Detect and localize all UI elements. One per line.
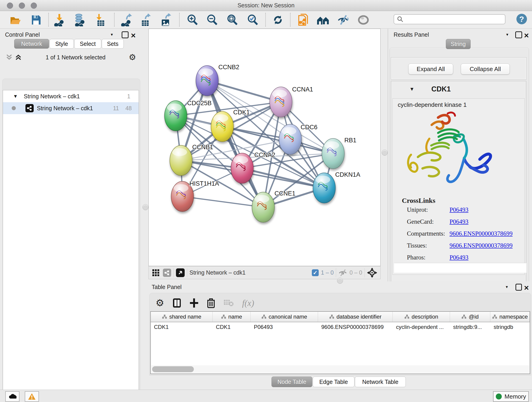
control-panel-close-icon[interactable]: ✕ <box>131 32 136 39</box>
column-header-namespace[interactable]: namespace <box>490 312 530 322</box>
string-import-icon[interactable] <box>296 13 310 27</box>
crosslink-link[interactable]: 9606.ENSP00000378699 <box>450 242 513 254</box>
tab-network[interactable]: Network <box>14 39 49 49</box>
tab-network-table[interactable]: Network Table <box>355 376 406 387</box>
bottom-splitter-handle[interactable] <box>337 278 343 284</box>
warning-button[interactable] <box>25 391 39 402</box>
selected-checkbox-icon[interactable]: ✓ <box>312 269 319 276</box>
node-RB1[interactable] <box>322 138 344 169</box>
network-collection-row[interactable]: ▼ String Network – cdk1 1 <box>3 90 139 102</box>
left-splitter-handle[interactable] <box>143 204 148 210</box>
edge-CCNB2-CCNE1[interactable] <box>207 81 263 207</box>
table-cell[interactable]: CDK1 <box>151 322 213 332</box>
table-panel-float-icon[interactable] <box>515 284 522 291</box>
right-splitter-handle[interactable] <box>382 150 388 156</box>
column-header-canonical-name[interactable]: canonical name <box>251 312 318 322</box>
table-cell[interactable]: stringdb <box>490 322 530 332</box>
table-cell[interactable]: CDK1 <box>213 322 251 332</box>
column-header-shared-name[interactable]: shared name <box>151 312 213 322</box>
entry-horizontal-scrollbar[interactable] <box>394 263 526 273</box>
import-network-file-icon[interactable] <box>53 13 66 27</box>
node-label-CCNB1: CCNB1 <box>192 144 213 151</box>
import-network-database-icon[interactable] <box>73 13 86 27</box>
node-CCNA2[interactable] <box>231 153 253 183</box>
column-header-name[interactable]: name <box>213 312 251 322</box>
export-table-icon[interactable] <box>139 13 152 27</box>
collection-expand-arrow-icon[interactable]: ▼ <box>13 94 18 99</box>
cloud-button[interactable] <box>5 391 19 402</box>
expand-all-chevron-icon[interactable] <box>15 54 22 61</box>
scrollbar-thumb[interactable] <box>152 366 194 372</box>
table-cell[interactable]: 9606.ENSP00000378699 <box>318 322 393 332</box>
control-panel-float-icon[interactable] <box>122 32 128 38</box>
node-CDKN1A[interactable] <box>313 173 336 203</box>
node-CDC25B[interactable] <box>165 101 187 131</box>
eye-icon[interactable] <box>357 13 370 27</box>
results-panel-menu-icon[interactable]: ▾ <box>506 32 508 37</box>
node-CCNA1[interactable] <box>270 87 292 117</box>
node-CCNB2[interactable] <box>196 65 218 96</box>
add-column-icon[interactable] <box>190 298 199 308</box>
crosslink-link[interactable]: 9606.ENSP00000378699 <box>450 230 513 242</box>
table-panel-close-icon[interactable]: ✕ <box>524 284 529 292</box>
zoom-out-icon[interactable] <box>206 13 219 27</box>
help-button[interactable]: ? <box>516 14 527 24</box>
open-in-window-icon[interactable] <box>176 268 185 277</box>
expand-all-button[interactable]: Expand All <box>408 64 453 75</box>
zoom-fit-icon[interactable] <box>226 13 239 27</box>
tab-style[interactable]: Style <box>50 39 74 49</box>
results-panel-close-icon[interactable]: ✕ <box>524 32 529 39</box>
network-row[interactable]: String Network – cdk1 11 48 <box>3 102 139 114</box>
tab-sets[interactable]: Sets <box>102 39 124 49</box>
table-horizontal-scrollbar[interactable] <box>151 365 529 373</box>
network-share-icon[interactable] <box>163 269 171 277</box>
network-options-gear-icon[interactable]: ⚙ <box>129 52 136 62</box>
network-view-canvas[interactable]: CCNB2CCNA1CDC25BCDK1CDC6RB1CCNB1CCNA2CDK… <box>148 29 380 266</box>
crosslink-link[interactable]: P06493 <box>450 218 469 230</box>
delete-column-icon[interactable] <box>207 298 215 308</box>
hide-show-icon[interactable] <box>337 13 350 27</box>
edge-HIST1H1A-CCNE1[interactable] <box>182 196 263 207</box>
tab-node-table[interactable]: Node Table <box>272 376 312 387</box>
column-header--id[interactable]: @id <box>450 312 491 322</box>
import-table-file-icon[interactable] <box>94 13 107 27</box>
fit-selected-crosshair-icon[interactable] <box>367 268 377 278</box>
column-header-description[interactable]: description <box>393 312 450 322</box>
export-image-icon[interactable] <box>159 13 172 27</box>
collapse-all-chevron-icon[interactable] <box>6 54 13 61</box>
zoom-in-icon[interactable] <box>186 13 199 27</box>
node-CDK1[interactable] <box>211 111 234 142</box>
table-cell[interactable]: stringdb:9... <box>450 322 491 332</box>
collapse-all-button[interactable]: Collapse All <box>461 64 510 75</box>
table-row[interactable]: CDK1CDK1P064939606.ENSP00000378699cyclin… <box>151 322 530 332</box>
tab-string[interactable]: String <box>446 39 471 49</box>
tab-edge-table[interactable]: Edge Table <box>313 376 355 387</box>
save-session-icon[interactable] <box>29 13 43 27</box>
hidden-eye-slash-icon[interactable] <box>338 269 348 276</box>
search-input[interactable] <box>404 16 501 23</box>
results-panel-float-icon[interactable] <box>515 32 522 38</box>
export-network-icon[interactable] <box>120 13 133 27</box>
control-panel-menu-icon[interactable]: ▾ <box>111 32 113 37</box>
refresh-icon[interactable] <box>271 13 285 27</box>
column-header-database-identifier[interactable]: database identifier <box>318 312 393 322</box>
memory-button[interactable]: Memory <box>493 391 529 402</box>
table-gear-icon[interactable]: ⚙ <box>156 297 164 308</box>
zoom-selected-icon[interactable] <box>246 13 259 27</box>
column-visibility-icon[interactable] <box>172 298 181 308</box>
home-networks-icon[interactable] <box>317 13 330 27</box>
table-cell[interactable]: P06493 <box>251 322 318 332</box>
open-file-icon[interactable] <box>9 13 22 27</box>
toolbar-separator <box>265 13 266 27</box>
node-CCNB1[interactable] <box>170 145 192 176</box>
table-cell[interactable]: cyclin-dependent ... <box>393 322 450 332</box>
crosslink-link[interactable]: P06493 <box>450 206 469 218</box>
network-graph[interactable]: CCNB2CCNA1CDC25BCDK1CDC6RB1CCNB1CCNA2CDK… <box>149 29 380 266</box>
toolbar-separator <box>365 268 365 277</box>
table-panel-menu-icon[interactable]: ▾ <box>506 285 508 289</box>
node-CCNE1[interactable] <box>252 192 274 222</box>
tab-select[interactable]: Select <box>74 39 101 49</box>
entry-collapse-arrow-icon[interactable]: ▼ <box>409 86 414 92</box>
birdseye-grid-icon[interactable] <box>152 269 160 277</box>
node-CDC6[interactable] <box>279 124 302 154</box>
